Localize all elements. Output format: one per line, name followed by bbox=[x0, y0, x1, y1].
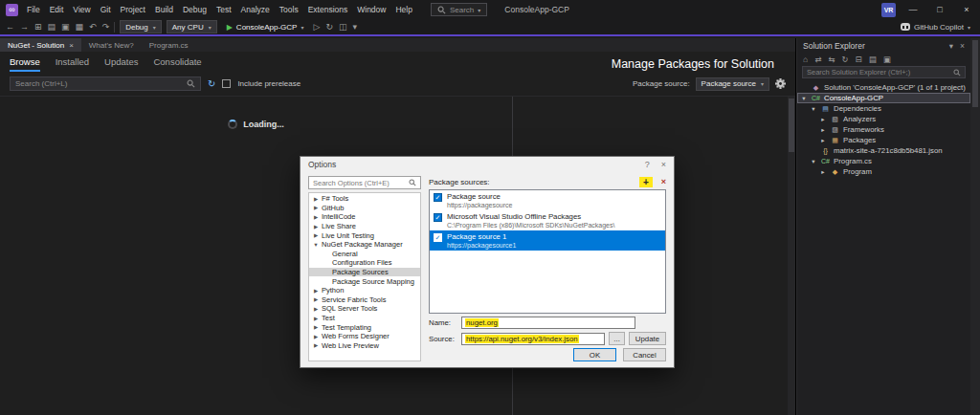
source-enabled-checkbox[interactable]: ✓ bbox=[434, 233, 442, 242]
doc-tab-program-cs[interactable]: Program.cs bbox=[142, 38, 196, 52]
menu-help[interactable]: Help bbox=[390, 0, 416, 19]
options-tree-item-test[interactable]: ▶Test bbox=[309, 314, 420, 323]
switch-views-icon[interactable]: ⇄ bbox=[814, 53, 821, 66]
close-icon[interactable]: × bbox=[960, 41, 965, 51]
solution-configurations-dropdown[interactable]: Debug ▾ bbox=[120, 20, 162, 33]
nuget-tab-installed[interactable]: Installed bbox=[56, 56, 89, 72]
browse-button[interactable]: ... bbox=[609, 332, 625, 345]
titlebar-search[interactable]: Search ▾ bbox=[431, 3, 487, 16]
undo-icon[interactable]: ↶ bbox=[89, 20, 97, 33]
tree-item-packages[interactable]: ▸▦Packages bbox=[797, 135, 970, 145]
more-debug-targets-icon[interactable]: ▾ bbox=[352, 20, 357, 33]
menu-file[interactable]: File bbox=[22, 0, 45, 19]
expand-arrow-icon[interactable]: ▶ bbox=[312, 342, 320, 348]
package-source-item-package-source[interactable]: ✓Package sourcehttps://packagesource bbox=[430, 190, 665, 210]
expand-arrow-icon[interactable]: ▶ bbox=[312, 214, 320, 220]
remove-source-button[interactable]: × bbox=[661, 177, 666, 186]
options-tree-item-test-templating[interactable]: ▶Test Templating bbox=[309, 322, 420, 332]
doc-tab-nuget-solution[interactable]: NuGet - Solution× bbox=[0, 38, 81, 52]
options-tree-item-general[interactable]: General bbox=[309, 250, 420, 259]
dialog-close-button[interactable]: × bbox=[661, 160, 666, 169]
options-search-input[interactable]: Search Options (Ctrl+E) bbox=[308, 176, 421, 189]
options-tree-item-fsharp-tools[interactable]: ▶F# Tools bbox=[309, 194, 420, 204]
tree-item-dependencies[interactable]: ▾▤Dependencies bbox=[797, 103, 970, 114]
account-badge[interactable]: VR bbox=[881, 3, 896, 17]
source-enabled-checkbox[interactable]: ✓ bbox=[434, 213, 442, 222]
sync-with-active-document-icon[interactable]: ⇆ bbox=[828, 53, 835, 66]
close-tab-icon[interactable]: × bbox=[69, 41, 74, 50]
tree-item-solution-consoleapp-gcp-1-of-1-project[interactable]: ◆Solution 'ConsoleApp-GCP' (1 of 1 proje… bbox=[797, 82, 970, 93]
redo-icon[interactable]: ↷ bbox=[102, 20, 110, 33]
expand-arrow-icon[interactable]: ▶ bbox=[312, 316, 320, 321]
options-tree-item-nuget-package-manager[interactable]: ▼NuGet Package Manager bbox=[309, 240, 420, 250]
solution-platforms-dropdown[interactable]: Any CPU ▾ bbox=[167, 20, 217, 33]
maximize-button[interactable]: □ bbox=[930, 0, 949, 19]
gear-icon[interactable] bbox=[775, 78, 786, 89]
options-tree-item-live-share[interactable]: ▶Live Share bbox=[309, 222, 420, 231]
tree-item-program-cs[interactable]: ▾C#Program.cs bbox=[797, 156, 970, 166]
expand-arrow-icon[interactable]: ▾ bbox=[800, 95, 808, 102]
add-source-button[interactable]: + bbox=[639, 177, 653, 187]
options-tree-item-configuration-files[interactable]: Configuration Files bbox=[309, 258, 420, 268]
options-tree-item-sql-server-tools[interactable]: ▶SQL Server Tools bbox=[309, 304, 420, 314]
menu-edit[interactable]: Edit bbox=[45, 0, 69, 19]
expand-arrow-icon[interactable]: ▶ bbox=[312, 324, 320, 330]
tree-item-frameworks[interactable]: ▸▨Frameworks bbox=[797, 124, 970, 135]
options-tree-item-intellicode[interactable]: ▶IntelliCode bbox=[309, 212, 420, 222]
update-button[interactable]: Update bbox=[629, 332, 666, 345]
start-debugging-button[interactable]: ▶ ConsoleApp-GCP ▾ bbox=[222, 20, 309, 33]
save-all-icon[interactable]: ▦ bbox=[76, 20, 84, 33]
options-dialog-titlebar[interactable]: Options ? × bbox=[301, 157, 674, 172]
nuget-tab-updates[interactable]: Updates bbox=[104, 56, 138, 72]
solution-explorer-search-input[interactable]: Search Solution Explorer (Ctrl+;) bbox=[802, 66, 966, 78]
forward-icon[interactable]: → bbox=[20, 20, 29, 33]
menu-window[interactable]: Window bbox=[352, 0, 390, 19]
home-icon[interactable]: ⌂ bbox=[803, 53, 808, 66]
ok-button[interactable]: OK bbox=[573, 348, 616, 361]
menu-analyze[interactable]: Analyze bbox=[236, 0, 275, 19]
tree-item-program[interactable]: ▸◆Program bbox=[797, 166, 970, 177]
expand-arrow-icon[interactable]: ▶ bbox=[312, 334, 320, 339]
show-all-files-icon[interactable]: ▤ bbox=[869, 53, 877, 66]
window-position-icon[interactable]: ▾ bbox=[949, 41, 953, 51]
nuget-tab-browse[interactable]: Browse bbox=[10, 56, 40, 72]
expand-arrow-icon[interactable]: ▶ bbox=[312, 205, 320, 210]
expand-arrow-icon[interactable]: ▸ bbox=[819, 137, 827, 144]
expand-arrow-icon[interactable]: ▾ bbox=[810, 158, 817, 165]
package-search-input[interactable]: Search (Ctrl+L) bbox=[10, 76, 201, 91]
expand-arrow-icon[interactable]: ▸ bbox=[819, 116, 827, 123]
solution-explorer-scrollbar[interactable] bbox=[970, 38, 980, 415]
expand-arrow-icon[interactable]: ▸ bbox=[819, 168, 827, 176]
include-prerelease-checkbox[interactable] bbox=[222, 79, 231, 88]
source-input[interactable]: https://api.nuget.org/v3/index.json bbox=[461, 333, 605, 345]
options-tree-item-github[interactable]: ▶GitHub bbox=[309, 204, 420, 213]
detail-pane-scrollbar[interactable] bbox=[788, 97, 795, 415]
package-source-dropdown[interactable]: Package source ▾ bbox=[696, 77, 769, 91]
help-button[interactable]: ? bbox=[645, 160, 650, 169]
package-source-item-package-source-1[interactable]: ✓Package source 1https://packagesource1 bbox=[430, 230, 665, 251]
expand-arrow-icon[interactable]: ▶ bbox=[312, 296, 320, 302]
doc-tab-what-s-new[interactable]: What's New? bbox=[81, 38, 142, 52]
menu-project[interactable]: Project bbox=[116, 0, 150, 19]
package-sources-list[interactable]: ✓Package sourcehttps://packagesource✓Mic… bbox=[429, 189, 666, 314]
cancel-button[interactable]: Cancel bbox=[623, 348, 666, 361]
nuget-tab-consolidate[interactable]: Consolidate bbox=[153, 56, 201, 72]
menu-test[interactable]: Test bbox=[212, 0, 236, 19]
expand-arrow-icon[interactable]: ▶ bbox=[312, 196, 320, 202]
name-input[interactable]: nuget.org bbox=[461, 317, 635, 329]
hot-reload-icon[interactable]: ↻ bbox=[325, 20, 333, 33]
menu-build[interactable]: Build bbox=[150, 0, 178, 19]
back-icon[interactable]: ← bbox=[6, 20, 14, 33]
properties-icon[interactable]: ▣ bbox=[883, 53, 891, 66]
expand-arrow-icon[interactable]: ▶ bbox=[312, 224, 320, 229]
options-tree-item-web-forms-designer[interactable]: ▶Web Forms Designer bbox=[309, 332, 420, 341]
run-without-debugging-icon[interactable]: ▷ bbox=[313, 20, 320, 33]
expand-arrow-icon[interactable]: ▶ bbox=[312, 232, 320, 238]
options-tree-item-python[interactable]: ▶Python bbox=[309, 286, 420, 295]
menu-tools[interactable]: Tools bbox=[275, 0, 303, 19]
scrollbar-thumb[interactable] bbox=[789, 98, 794, 152]
menu-view[interactable]: View bbox=[68, 0, 95, 19]
package-source-item-microsoft-visual-studio-offline-packages[interactable]: ✓Microsoft Visual Studio Offline Package… bbox=[430, 210, 665, 230]
new-project-icon[interactable]: ⊞ bbox=[34, 20, 42, 33]
options-tree-item-package-sources[interactable]: Package Sources bbox=[309, 268, 420, 277]
